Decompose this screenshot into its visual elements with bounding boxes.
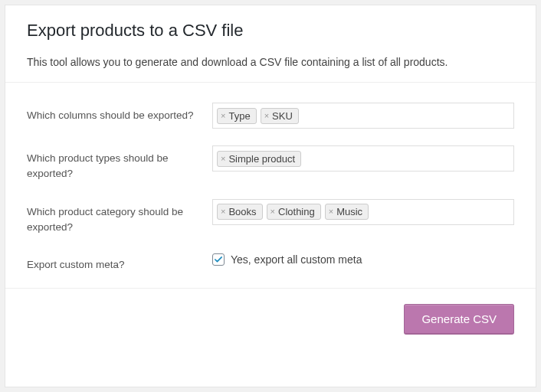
export-form: Which columns should be exported? ×Type×… xyxy=(5,82,536,289)
product-category-label: Which product category should be exporte… xyxy=(27,199,205,236)
tag-label: Simple product xyxy=(228,153,295,165)
page-description: This tool allows you to generate and dow… xyxy=(27,56,514,68)
tag-label: Books xyxy=(228,206,256,217)
close-icon[interactable]: × xyxy=(221,112,225,120)
page-title: Export products to a CSV file xyxy=(27,21,514,41)
custom-meta-checkbox-row: Yes, export all custom meta xyxy=(212,252,514,266)
product-types-label: Which product types should be exported? xyxy=(27,145,205,182)
close-icon[interactable]: × xyxy=(264,112,269,120)
columns-row: Which columns should be exported? ×Type×… xyxy=(27,103,514,129)
tag: ×Clothing xyxy=(267,204,321,220)
columns-input[interactable]: ×Type×SKU xyxy=(212,103,514,129)
panel-footer: Generate CSV xyxy=(5,289,536,350)
tag: ×Music xyxy=(325,204,369,220)
tag: ×Books xyxy=(217,204,263,220)
panel-header: Export products to a CSV file This tool … xyxy=(5,5,536,82)
product-types-input[interactable]: ×Simple product xyxy=(212,145,514,172)
tag-label: Type xyxy=(228,110,250,122)
custom-meta-checkbox[interactable] xyxy=(212,253,225,266)
close-icon[interactable]: × xyxy=(221,207,225,216)
tag-label: Clothing xyxy=(278,206,315,217)
custom-meta-row: Export custom meta? Yes, export all cust… xyxy=(27,252,514,273)
product-category-input[interactable]: ×Books×Clothing×Music xyxy=(212,199,514,225)
product-category-row: Which product category should be exporte… xyxy=(27,199,514,236)
product-types-row: Which product types should be exported? … xyxy=(27,145,514,182)
tag-label: Music xyxy=(336,206,362,217)
generate-csv-button[interactable]: Generate CSV xyxy=(404,304,514,335)
export-panel: Export products to a CSV file This tool … xyxy=(5,5,536,387)
tag: ×Type xyxy=(217,108,257,124)
custom-meta-checkbox-label: Yes, export all custom meta xyxy=(231,253,362,266)
close-icon[interactable]: × xyxy=(270,207,275,216)
tag: ×SKU xyxy=(261,108,299,124)
tag: ×Simple product xyxy=(217,151,301,167)
close-icon[interactable]: × xyxy=(329,207,333,216)
tag-label: SKU xyxy=(272,110,293,122)
custom-meta-label: Export custom meta? xyxy=(27,252,205,273)
columns-label: Which columns should be exported? xyxy=(27,103,205,123)
close-icon[interactable]: × xyxy=(221,155,225,163)
check-icon xyxy=(215,256,222,263)
